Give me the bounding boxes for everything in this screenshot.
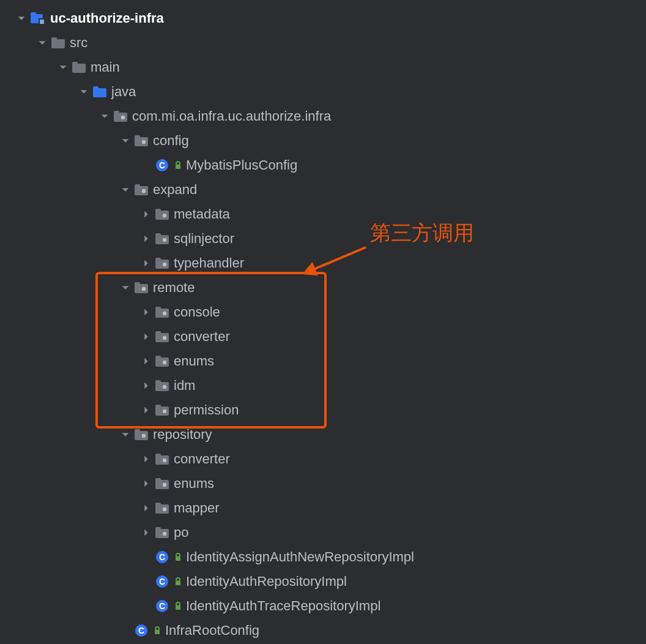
svg-point-55 xyxy=(163,459,166,462)
svg-rect-27 xyxy=(155,233,161,237)
tree-item-infrarootconfig[interactable]: CInfraRootConfig xyxy=(0,618,646,643)
svg-rect-60 xyxy=(155,503,161,506)
tree-item-label: converter xyxy=(174,451,230,467)
project-tree[interactable]: uc-authorize-infrasrcmainjavacom.mi.oa.i… xyxy=(0,0,646,643)
expand-arrow-down-icon[interactable] xyxy=(121,185,130,194)
tree-item-permission[interactable]: permission xyxy=(0,398,646,422)
tree-item-enums[interactable]: enums xyxy=(0,349,646,373)
tree-item-label: uc-authorize-infra xyxy=(50,10,164,26)
expand-arrow-right-icon[interactable] xyxy=(142,210,150,219)
svg-text:C: C xyxy=(159,577,165,586)
tree-item-metadata[interactable]: metadata xyxy=(0,202,646,227)
expand-arrow-right-icon[interactable] xyxy=(142,308,150,316)
tree-item-identityauthrepositoryimpl[interactable]: CIdentityAuthRepositoryImpl xyxy=(0,569,646,594)
tree-item-java[interactable]: java xyxy=(0,80,646,104)
tree-item-label: console xyxy=(174,304,220,320)
class-icon: C xyxy=(135,624,148,637)
expand-arrow-right-icon[interactable] xyxy=(142,455,150,463)
svg-rect-80 xyxy=(155,630,160,634)
svg-text:C: C xyxy=(138,626,144,635)
expand-arrow-down-icon[interactable] xyxy=(121,430,130,439)
tree-item-expand[interactable]: expand xyxy=(0,178,646,202)
svg-point-46 xyxy=(163,385,166,389)
svg-point-28 xyxy=(163,238,166,242)
tree-item-main[interactable]: main xyxy=(0,55,646,80)
package-icon xyxy=(155,356,169,367)
package-icon xyxy=(155,380,169,391)
tree-item-mapper[interactable]: mapper xyxy=(0,496,646,520)
tree-item-label: InfraRootConfig xyxy=(165,623,259,638)
tree-item-enums[interactable]: enums xyxy=(0,471,646,496)
package-icon xyxy=(155,331,169,342)
expand-arrow-right-icon[interactable] xyxy=(142,504,150,512)
folder-icon xyxy=(72,62,86,73)
svg-point-15 xyxy=(142,140,146,144)
svg-point-25 xyxy=(163,214,166,217)
tree-item-com-mi-oa-infra-uc-authorize-infra[interactable]: com.mi.oa.infra.uc.authorize.infra xyxy=(0,104,646,129)
tree-item-label: permission xyxy=(174,402,239,418)
tree-item-identityauthtracerepositoryimpl[interactable]: CIdentityAuthTraceRepositoryImpl xyxy=(0,594,646,618)
tree-item-uc-authorize-infra[interactable]: uc-authorize-infra xyxy=(0,6,646,31)
access-modifier-icon xyxy=(174,574,182,590)
tree-item-label: enums xyxy=(174,353,214,369)
tree-item-label: config xyxy=(153,133,189,149)
class-icon: C xyxy=(155,550,169,564)
access-modifier-icon xyxy=(174,598,182,614)
package-icon xyxy=(155,405,169,416)
expand-arrow-right-icon[interactable] xyxy=(142,479,150,488)
tree-item-po[interactable]: po xyxy=(0,520,646,545)
class-icon: C xyxy=(155,159,169,172)
tree-item-label: expand xyxy=(153,182,197,198)
tree-item-idm[interactable]: idm xyxy=(0,373,646,398)
expand-arrow-down-icon[interactable] xyxy=(17,14,26,23)
svg-rect-9 xyxy=(93,86,98,90)
expand-arrow-right-icon[interactable] xyxy=(142,406,150,414)
tree-item-label: MybatisPlusConfig xyxy=(186,157,297,173)
expand-arrow-down-icon[interactable] xyxy=(59,63,67,72)
tree-item-mybatisplusconfig[interactable]: CMybatisPlusConfig xyxy=(0,153,646,178)
tree-item-label: IdentityAuthTraceRepositoryImpl xyxy=(186,598,381,614)
expand-arrow-right-icon[interactable] xyxy=(142,381,150,390)
tree-item-converter[interactable]: converter xyxy=(0,447,646,471)
svg-rect-72 xyxy=(176,581,180,585)
expand-arrow-down-icon[interactable] xyxy=(121,283,130,292)
package-icon xyxy=(155,233,169,244)
svg-rect-21 xyxy=(135,184,140,188)
tree-item-remote[interactable]: remote xyxy=(0,275,646,300)
tree-item-label: enums xyxy=(174,476,214,492)
package-icon xyxy=(155,478,169,489)
tree-item-typehandler[interactable]: typehandler xyxy=(0,251,646,275)
expand-arrow-down-icon[interactable] xyxy=(121,137,130,145)
tree-item-label: java xyxy=(111,84,136,100)
svg-rect-5 xyxy=(51,37,57,41)
svg-rect-24 xyxy=(155,209,161,212)
expand-arrow-down-icon[interactable] xyxy=(80,88,88,96)
expand-arrow-right-icon[interactable] xyxy=(142,234,150,243)
tree-item-src[interactable]: src xyxy=(0,31,646,55)
tree-item-label: po xyxy=(174,525,188,541)
package-icon xyxy=(155,258,169,269)
tree-item-sqlinjector[interactable]: sqlinjector xyxy=(0,227,646,251)
expand-arrow-right-icon[interactable] xyxy=(142,357,150,365)
svg-text:C: C xyxy=(159,160,165,170)
svg-rect-48 xyxy=(155,405,161,408)
tree-item-converter[interactable]: converter xyxy=(0,324,646,349)
svg-rect-39 xyxy=(155,331,161,335)
package-icon xyxy=(155,527,169,538)
tree-item-identityassignauthnewrepositoryimpl[interactable]: CIdentityAssignAuthNewRepositoryImpl xyxy=(0,545,646,569)
tree-item-repository[interactable]: repository xyxy=(0,422,646,447)
package-icon xyxy=(155,503,169,514)
expand-arrow-down-icon[interactable] xyxy=(38,39,46,47)
svg-text:C: C xyxy=(159,552,165,562)
expand-arrow-right-icon[interactable] xyxy=(142,259,150,268)
tree-item-config[interactable]: config xyxy=(0,129,646,153)
package-icon xyxy=(135,184,148,195)
tree-item-console[interactable]: console xyxy=(0,300,646,324)
folder-icon xyxy=(51,37,65,48)
svg-rect-14 xyxy=(135,135,140,139)
svg-point-49 xyxy=(163,410,166,413)
expand-arrow-right-icon[interactable] xyxy=(142,332,150,341)
expand-arrow-down-icon[interactable] xyxy=(100,112,109,121)
expand-arrow-right-icon[interactable] xyxy=(142,528,150,537)
package-icon xyxy=(135,135,148,146)
